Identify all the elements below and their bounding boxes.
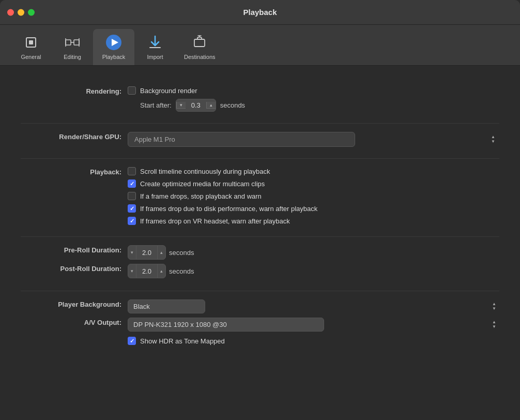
start-after-label: Start after: xyxy=(140,101,172,109)
scroll-timeline-checkbox[interactable] xyxy=(128,167,136,175)
optimized-media-label: Create optimized media for multicam clip… xyxy=(140,180,265,188)
frame-drops-disk-row: If frames drop due to disk performance, … xyxy=(128,204,499,213)
player-bg-row: Player Background: Black White Checkerbo… xyxy=(21,299,499,313)
optimized-media-row: Create optimized media for multicam clip… xyxy=(128,179,499,188)
gpu-label: Render/Share GPU: xyxy=(21,132,121,141)
svg-rect-9 xyxy=(194,39,205,47)
preroll-label: Pre-Roll Duration: xyxy=(21,245,121,254)
start-after-up-btn[interactable]: ▴ xyxy=(206,102,216,109)
svg-rect-2 xyxy=(66,40,71,45)
toolbar-item-editing[interactable]: Editing xyxy=(52,29,93,65)
postroll-controls: ▾ 2.0 ▴ seconds xyxy=(128,264,194,278)
import-label: Import xyxy=(147,54,163,60)
postroll-stepper[interactable]: ▾ 2.0 ▴ xyxy=(128,264,166,278)
background-render-row: Background render xyxy=(128,86,499,95)
background-render-label: Background render xyxy=(140,87,197,95)
preroll-value: 2.0 xyxy=(136,249,157,257)
av-output-label: A/V Output: xyxy=(21,318,121,326)
destinations-icon xyxy=(190,33,209,52)
divider-4 xyxy=(21,291,499,291)
preroll-down-btn[interactable]: ▾ xyxy=(128,246,136,259)
title-bar: Playback xyxy=(0,0,520,25)
preroll-up-btn[interactable]: ▴ xyxy=(157,246,165,259)
gpu-row: Render/Share GPU: Apple M1 Pro ▲ ▼ xyxy=(21,132,499,147)
playback-row: Playback: Scroll timeline continuously d… xyxy=(21,167,499,225)
rendering-label: Rendering: xyxy=(21,86,121,95)
svg-rect-3 xyxy=(74,40,79,45)
playback-label: Playback xyxy=(102,54,126,60)
start-after-down-btn[interactable]: ▾ xyxy=(176,102,186,109)
frame-drops-stop-row: If a frame drops, stop playback and warn xyxy=(128,192,499,200)
toolbar-item-general[interactable]: General xyxy=(10,29,52,65)
frame-drops-stop-label: If a frame drops, stop playback and warn xyxy=(140,192,262,200)
preroll-row: Pre-Roll Duration: ▾ 2.0 ▴ seconds xyxy=(21,245,499,260)
playback-icon xyxy=(104,33,123,52)
rendering-row: Rendering: Background render Start after… xyxy=(21,86,499,112)
svg-rect-1 xyxy=(29,40,33,44)
player-bg-controls: Black White Checkerboard ▲ ▼ xyxy=(128,299,499,313)
import-icon xyxy=(146,33,164,52)
toolbar-item-playback[interactable]: Playback xyxy=(93,29,134,65)
traffic-lights xyxy=(7,9,35,16)
gpu-select-wrapper: Apple M1 Pro ▲ ▼ xyxy=(128,132,499,147)
av-output-select-wrapper: DP PN-K321 1920 x 1080 @30 ▲ ▼ xyxy=(128,318,499,332)
postroll-row: Post-Roll Duration: ▾ 2.0 ▴ seconds xyxy=(21,264,499,278)
frame-drops-disk-checkbox[interactable] xyxy=(128,204,136,213)
gpu-select[interactable]: Apple M1 Pro xyxy=(128,132,355,147)
frame-drops-stop-checkbox[interactable] xyxy=(128,192,136,200)
scroll-timeline-row: Scroll timeline continuously during play… xyxy=(128,167,499,175)
playback-controls: Scroll timeline continuously during play… xyxy=(128,167,499,225)
frame-drops-disk-label: If frames drop due to disk performance, … xyxy=(140,205,317,213)
start-after-row: Start after: ▾ 0.3 ▴ seconds xyxy=(140,99,499,112)
postroll-up-btn[interactable]: ▴ xyxy=(157,264,165,278)
start-after-seconds: seconds xyxy=(220,101,245,109)
general-icon xyxy=(22,33,40,52)
hdr-row: Show HDR as Tone Mapped xyxy=(128,337,499,345)
frame-drops-vr-row: If frames drop on VR headset, warn after… xyxy=(128,217,499,225)
optimized-media-checkbox[interactable] xyxy=(128,179,136,188)
frame-drops-vr-label: If frames drop on VR headset, warn after… xyxy=(140,217,290,225)
player-bg-select[interactable]: Black White Checkerboard xyxy=(128,299,205,313)
divider-3 xyxy=(21,236,499,237)
destinations-label: Destinations xyxy=(184,54,216,60)
maximize-button[interactable] xyxy=(28,9,35,16)
toolbar: General Editing Playback xyxy=(0,25,520,66)
divider-2 xyxy=(21,158,499,159)
gpu-controls: Apple M1 Pro ▲ ▼ xyxy=(128,132,499,147)
postroll-label: Post-Roll Duration: xyxy=(21,264,121,273)
editing-label: Editing xyxy=(64,54,81,60)
av-output-controls: DP PN-K321 1920 x 1080 @30 ▲ ▼ Show HDR … xyxy=(128,318,499,345)
postroll-down-btn[interactable]: ▾ xyxy=(128,264,136,278)
hdr-label: Show HDR as Tone Mapped xyxy=(140,337,225,345)
start-after-stepper[interactable]: ▾ 0.3 ▴ xyxy=(176,99,216,112)
player-bg-select-wrapper: Black White Checkerboard ▲ ▼ xyxy=(128,299,499,313)
preroll-seconds: seconds xyxy=(169,249,194,257)
playback-label-field: Playback: xyxy=(21,167,121,176)
hdr-checkbox[interactable] xyxy=(128,337,136,345)
content-area: Rendering: Background render Start after… xyxy=(0,66,520,420)
player-bg-label: Player Background: xyxy=(21,299,121,308)
av-output-row: A/V Output: DP PN-K321 1920 x 1080 @30 ▲… xyxy=(21,318,499,345)
start-after-value: 0.3 xyxy=(186,99,206,111)
postroll-seconds: seconds xyxy=(169,267,194,275)
preroll-stepper[interactable]: ▾ 2.0 ▴ xyxy=(128,245,166,260)
general-label: General xyxy=(21,54,41,60)
player-bg-chevron-icon: ▲ ▼ xyxy=(492,302,496,311)
background-render-checkbox[interactable] xyxy=(128,86,136,95)
window-title: Playback xyxy=(243,8,277,17)
av-output-select[interactable]: DP PN-K321 1920 x 1080 @30 xyxy=(128,318,324,332)
close-button[interactable] xyxy=(7,9,14,16)
editing-icon xyxy=(63,33,82,52)
preroll-controls: ▾ 2.0 ▴ seconds xyxy=(128,245,194,260)
minimize-button[interactable] xyxy=(18,9,24,16)
toolbar-item-destinations[interactable]: Destinations xyxy=(176,29,224,65)
divider-1 xyxy=(21,123,499,124)
toolbar-item-import[interactable]: Import xyxy=(134,29,176,65)
rendering-controls: Background render Start after: ▾ 0.3 ▴ s… xyxy=(128,86,499,112)
frame-drops-vr-checkbox[interactable] xyxy=(128,217,136,225)
av-output-chevron-icon: ▲ ▼ xyxy=(492,320,496,329)
scroll-timeline-label: Scroll timeline continuously during play… xyxy=(140,168,270,175)
postroll-value: 2.0 xyxy=(136,267,157,275)
gpu-chevron-icon: ▲ ▼ xyxy=(491,135,495,144)
